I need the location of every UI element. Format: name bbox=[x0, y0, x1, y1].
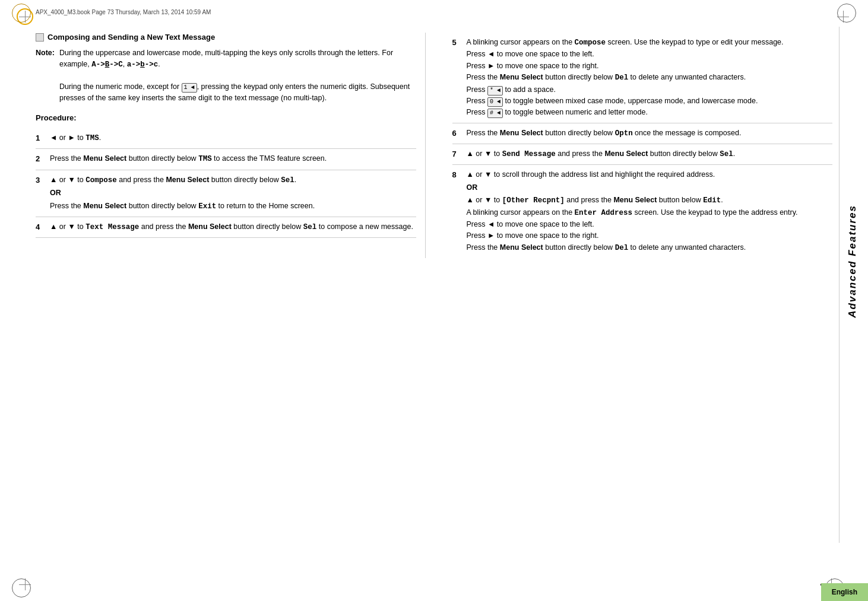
step-3-num: 3 bbox=[36, 174, 45, 212]
section-heading: Composing and Sending a New Text Message bbox=[36, 33, 416, 42]
note-para-1: During the uppercase and lowercase mode,… bbox=[59, 47, 416, 71]
step-7: 7 ▲ or ▼ to Send Message and press the M… bbox=[452, 144, 833, 165]
step-4: 4 ▲ or ▼ to Text Message and press the M… bbox=[36, 217, 416, 238]
step-4-menuselect: Menu Select bbox=[188, 222, 232, 231]
step-2: 2 Press the Menu Select button directly … bbox=[36, 149, 416, 170]
step-6-menuselect: Menu Select bbox=[500, 129, 543, 137]
step-3-menuselect: Menu Select bbox=[166, 176, 209, 184]
step-8-arrow2: ▲ or ▼ bbox=[467, 196, 492, 204]
step-2-num: 2 bbox=[36, 153, 45, 165]
step-2-menuselect: Menu Select bbox=[83, 154, 126, 163]
step-3-or: OR bbox=[50, 187, 416, 199]
step-7-num: 7 bbox=[452, 148, 462, 160]
step-5-content: A blinking cursor appears on the Compose… bbox=[467, 37, 833, 119]
step-8-or: OR bbox=[467, 182, 833, 193]
note-para-2: During the numeric mode, except for 1 ◄,… bbox=[59, 81, 416, 104]
step-4-content: ▲ or ▼ to Text Message and press the Men… bbox=[50, 221, 416, 233]
step-7-content: ▲ or ▼ to Send Message and press the Men… bbox=[467, 148, 833, 160]
step-8-menuselect: Menu Select bbox=[613, 196, 657, 204]
step-8-arrow: ▲ or ▼ bbox=[467, 170, 492, 179]
step-5-arrow-left: ◄ bbox=[487, 50, 495, 58]
step-8-arrow-right: ► bbox=[487, 231, 495, 240]
step-5-arrow-right: ► bbox=[487, 62, 495, 70]
step-8-num: 8 bbox=[452, 169, 462, 254]
step-5-key-0: 0 ◄ bbox=[487, 97, 503, 107]
procedure-heading: Procedure: bbox=[36, 113, 416, 122]
step-5-del: Del bbox=[615, 74, 629, 82]
step-4-num: 4 bbox=[36, 221, 45, 233]
step-8: 8 ▲ or ▼ to scroll through the address l… bbox=[452, 165, 833, 258]
step-5-menuselect: Menu Select bbox=[500, 73, 543, 81]
step-3-sel: Sel bbox=[281, 176, 294, 185]
step-8-other-recpnt: [Other Recpnt] bbox=[502, 196, 565, 205]
step-8-enter-address: Enter Address bbox=[575, 209, 633, 217]
note-example-abc-upper: A->B->C bbox=[91, 61, 123, 69]
step-3-content: ▲ or ▼ to Compose and press the Menu Sel… bbox=[50, 174, 416, 212]
step-5-key-star: * ◄ bbox=[487, 86, 503, 96]
note-example-abc-lower: a->b->c bbox=[127, 61, 159, 69]
section-heading-text: Composing and Sending a New Text Message bbox=[47, 33, 215, 42]
step-4-sel: Sel bbox=[303, 223, 317, 231]
step-3-arrow: ▲ or ▼ bbox=[50, 176, 75, 184]
step-1-tms: TMS bbox=[85, 134, 99, 142]
step-5: 5 A blinking cursor appears on the Compo… bbox=[452, 33, 833, 123]
step-3: 3 ▲ or ▼ to Compose and press the Menu S… bbox=[36, 170, 416, 217]
step-5-compose: Compose bbox=[575, 39, 606, 47]
step-8-arrow-left: ◄ bbox=[487, 220, 495, 228]
step-8-menuselect2: Menu Select bbox=[500, 243, 543, 252]
advanced-features-text: Advanced Features bbox=[847, 205, 859, 318]
step-6-content: Press the Menu Select button directly be… bbox=[467, 128, 833, 139]
step-6: 6 Press the Menu Select button directly … bbox=[452, 123, 833, 144]
key-1-icon: 1 ◄ bbox=[182, 83, 197, 93]
page-header: APX_4000_M3.book Page 73 Thursday, March… bbox=[0, 0, 868, 24]
advanced-features-sidebar: Advanced Features bbox=[840, 30, 866, 492]
right-column: 5 A blinking cursor appears on the Compo… bbox=[443, 33, 833, 258]
section-icon bbox=[36, 33, 44, 42]
step-8-edit: Edit bbox=[703, 196, 721, 205]
step-3-compose: Compose bbox=[85, 176, 117, 185]
note-block: Note: During the uppercase and lowercase… bbox=[36, 47, 416, 104]
step-1-arrow: ◄ or ► bbox=[50, 133, 75, 142]
english-label: English bbox=[821, 583, 868, 601]
page-container: APX_4000_M3.book Page 73 Thursday, March… bbox=[0, 0, 868, 601]
step-8-del: Del bbox=[615, 244, 629, 252]
main-content: Composing and Sending a New Text Message… bbox=[36, 27, 832, 559]
step-3-exit: Exit bbox=[198, 202, 216, 211]
note-label: Note: bbox=[36, 47, 55, 104]
step-5-num: 5 bbox=[452, 37, 462, 119]
note-content: During the uppercase and lowercase mode,… bbox=[59, 47, 416, 104]
step-7-sendmsg: Send Message bbox=[502, 150, 556, 158]
step-6-num: 6 bbox=[452, 128, 462, 139]
sidebar-divider bbox=[839, 27, 840, 543]
left-column: Composing and Sending a New Text Message… bbox=[36, 33, 426, 258]
step-7-sel: Sel bbox=[720, 150, 733, 158]
step-2-tms: TMS bbox=[198, 155, 212, 163]
step-4-arrow: ▲ or ▼ bbox=[50, 222, 75, 231]
step-7-arrow: ▲ or ▼ bbox=[467, 150, 492, 158]
step-7-menuselect: Menu Select bbox=[604, 150, 648, 158]
step-8-content: ▲ or ▼ to scroll through the address lis… bbox=[467, 169, 833, 254]
circle-mark-bl bbox=[12, 578, 31, 597]
header-text: APX_4000_M3.book Page 73 Thursday, March… bbox=[36, 9, 832, 15]
step-6-optn: Optn bbox=[615, 129, 633, 138]
step-1: 1 ◄ or ► to TMS. bbox=[36, 128, 416, 149]
step-1-content: ◄ or ► to TMS. bbox=[50, 132, 416, 144]
two-column-layout: Composing and Sending a New Text Message… bbox=[36, 33, 832, 258]
step-2-content: Press the Menu Select button directly be… bbox=[50, 153, 416, 165]
step-4-textmsg: Text Message bbox=[85, 223, 139, 231]
step-5-key-hash: # ◄ bbox=[487, 109, 503, 118]
step-3-menuselect2: Menu Select bbox=[83, 202, 126, 210]
step-1-num: 1 bbox=[36, 132, 45, 144]
